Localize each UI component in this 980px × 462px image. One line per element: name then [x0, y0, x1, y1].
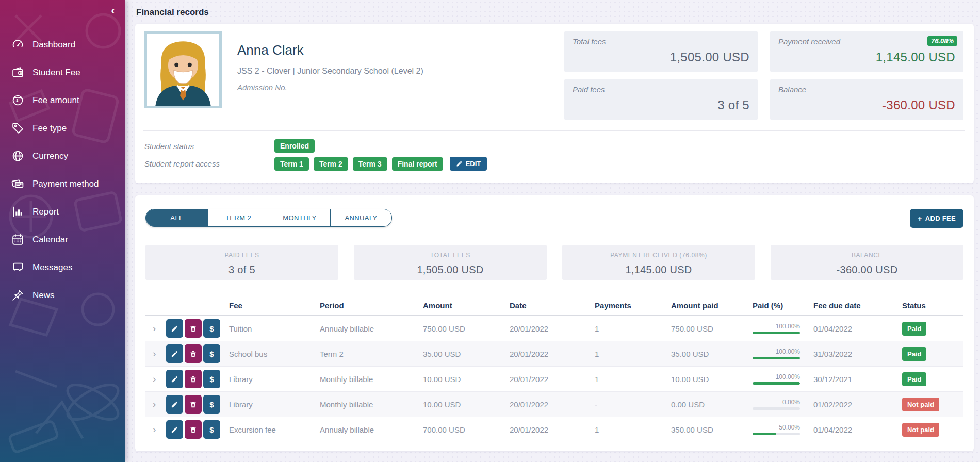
row-expander-chevron-icon[interactable]: ›: [145, 348, 166, 359]
dollar-icon: $: [209, 425, 214, 434]
column-fee-due-date: Fee due date: [813, 301, 902, 310]
fee-name-cell: Tuition: [229, 324, 320, 333]
main-content: Financial records: [125, 0, 980, 462]
pencil-icon: [171, 325, 178, 333]
add-fee-label: ADD FEE: [925, 214, 956, 222]
summary-label: PAYMENT RECEIVED (76.08%): [567, 252, 750, 259]
sidebar-item-student-fee[interactable]: c Student Fee: [0, 61, 125, 84]
tab-term-2[interactable]: TERM 2: [207, 209, 269, 226]
payments-button[interactable]: $: [203, 344, 220, 363]
tab-all[interactable]: ALL: [146, 209, 207, 226]
period-cell: Monthly billable: [320, 375, 423, 384]
delete-fee-button[interactable]: [185, 319, 202, 338]
sidebar-item-calendar[interactable]: Calendar: [0, 228, 125, 251]
delete-fee-button[interactable]: [185, 370, 202, 388]
paid-progress-fill: [753, 382, 800, 385]
paid-fees-value: 3 of 5: [573, 98, 749, 112]
payments-button[interactable]: $: [203, 420, 220, 439]
fee-type-icon: [11, 122, 24, 135]
dollar-icon: $: [209, 324, 214, 333]
add-fee-button[interactable]: + ADD FEE: [910, 209, 963, 228]
fee-due-date-cell: 31/03/2022: [813, 350, 902, 358]
row-expander-chevron-icon[interactable]: ›: [145, 399, 166, 410]
column-payments: Payments: [595, 301, 671, 310]
dollar-icon: $: [209, 400, 214, 409]
edit-fee-button[interactable]: [166, 319, 183, 338]
svg-text:-1-: -1-: [15, 98, 20, 103]
sidebar-item-label: Payment method: [32, 179, 99, 189]
amount-paid-cell: 750.00 USD: [671, 324, 753, 333]
term1-badge: Term 1: [274, 157, 309, 171]
fee-name-cell: Library: [229, 375, 320, 384]
term2-badge: Term 2: [314, 157, 348, 171]
trash-icon: [189, 350, 197, 358]
date-cell: 20/01/2022: [510, 425, 595, 434]
sidebar-item-label: Fee type: [32, 123, 67, 134]
payment-received-box: Payment received 76.08% 1,145.00 USD: [770, 31, 963, 72]
summary-label: PAID FEES: [151, 252, 333, 259]
summary-label: BALANCE: [776, 252, 958, 259]
paid-percentage-cell: 0.00%: [753, 399, 800, 410]
row-actions: $: [166, 420, 229, 439]
row-expander-chevron-icon[interactable]: ›: [145, 373, 166, 385]
table-row: › $ Library Monthly billable 10.00 USD 2…: [145, 392, 963, 417]
column-period: Period: [320, 301, 423, 310]
report-icon: [11, 205, 24, 218]
sidebar-collapse-button[interactable]: ‹: [106, 4, 120, 19]
column-amount: Amount: [423, 301, 510, 310]
sidebar-item-label: Currency: [32, 151, 68, 161]
tab-monthly[interactable]: MONTHLY: [269, 209, 330, 226]
fee-table: Fee Period Amount Date Payments Amount p…: [145, 295, 963, 442]
payments-cell: 1: [595, 425, 671, 434]
sidebar-item-payment-method[interactable]: Payment method: [0, 172, 125, 195]
amount-cell: 700.00 USD: [423, 425, 510, 434]
paid-percentage-text: 0.00%: [753, 399, 800, 406]
row-actions: $: [166, 319, 229, 338]
delete-fee-button[interactable]: [185, 344, 202, 363]
student-class: JSS 2 - Clover | Junior Secondary School…: [237, 67, 423, 76]
fee-name-cell: Library: [229, 400, 320, 409]
student-avatar: [144, 31, 222, 108]
student-name: Anna Clark: [237, 42, 423, 58]
edit-fee-button[interactable]: [166, 344, 183, 363]
sidebar-item-label: Student Fee: [32, 68, 80, 78]
paid-fees-box: Paid fees 3 of 5: [564, 79, 758, 120]
row-actions: $: [166, 344, 229, 363]
summary-value: 3 of 5: [151, 264, 333, 276]
paid-progress-bar: [753, 433, 800, 435]
payments-button[interactable]: $: [203, 395, 220, 414]
paid-progress-bar: [753, 407, 800, 410]
payments-button[interactable]: $: [203, 319, 220, 338]
paid-progress-bar: [753, 357, 800, 359]
paid-percentage-text: 100.00%: [753, 373, 800, 381]
pencil-icon: [456, 160, 463, 167]
news-icon: [11, 289, 24, 302]
sidebar-item-fee-type[interactable]: Fee type: [0, 117, 125, 140]
payments-cell: 1: [595, 324, 671, 333]
edit-report-access-button[interactable]: EDIT: [450, 157, 487, 171]
amount-paid-cell: 35.00 USD: [671, 350, 753, 358]
edit-fee-button[interactable]: [166, 395, 183, 414]
student-status-label: Student status: [144, 142, 274, 151]
edit-fee-button[interactable]: [166, 370, 183, 388]
delete-fee-button[interactable]: [185, 395, 202, 414]
sidebar-item-news[interactable]: News: [0, 284, 125, 307]
edit-fee-button[interactable]: [166, 420, 183, 439]
final-report-badge: Final report: [392, 157, 443, 171]
payments-button[interactable]: $: [203, 370, 220, 388]
trash-icon: [189, 375, 197, 383]
sidebar-item-currency[interactable]: Currency: [0, 144, 125, 168]
sidebar-item-messages[interactable]: Messages: [0, 256, 125, 279]
row-expander-chevron-icon[interactable]: ›: [145, 323, 166, 334]
profile-stats: Total fees 1,505.00 USD Payment received…: [564, 31, 963, 120]
row-expander-chevron-icon[interactable]: ›: [145, 424, 166, 435]
balance-value: -360.00 USD: [778, 98, 955, 112]
sidebar-item-dashboard[interactable]: Dashboard: [0, 33, 125, 56]
delete-fee-button[interactable]: [185, 420, 202, 439]
payments-cell: 1: [595, 350, 671, 358]
sidebar-item-fee-amount[interactable]: -1- Fee amount: [0, 89, 125, 112]
student-profile-card: Anna Clark JSS 2 - Clover | Junior Secon…: [135, 24, 974, 183]
sidebar-item-report[interactable]: Report: [0, 200, 125, 223]
paid-progress-fill: [753, 433, 776, 435]
tab-annualy[interactable]: ANNUALY: [330, 209, 391, 226]
